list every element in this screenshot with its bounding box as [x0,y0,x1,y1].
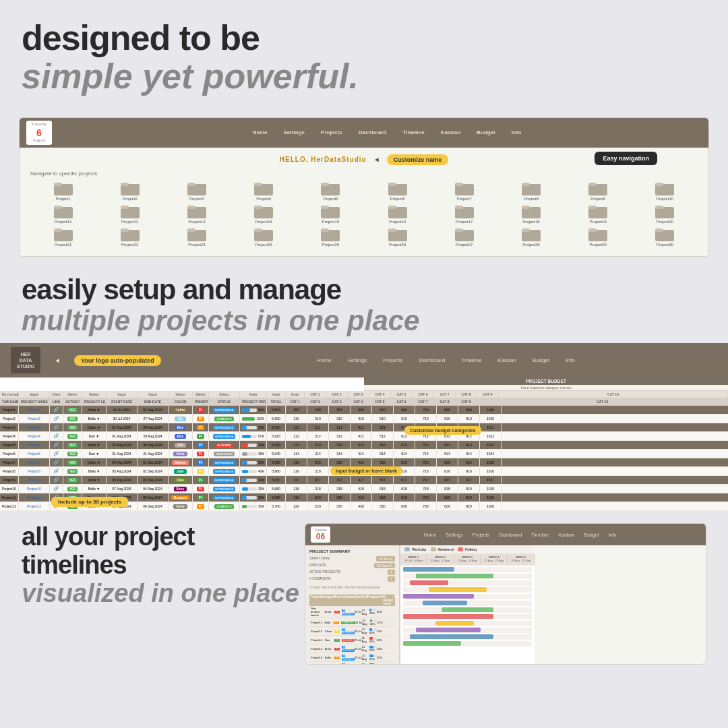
app-content-1: HELLO, HerDataStudio ◄ Customize name Ea… [20,148,708,256]
sheet-rows: Project1 Project1 🔗 YES Anna ▼ 29 Jul 20… [0,406,728,511]
project-item[interactable]: Project17 [431,204,497,224]
gantt-chart: Workday Weekend Holiday WEEK 129 Jul - 0… [400,545,535,665]
project-item[interactable]: Project29 [566,226,631,247]
section2-headline1: easily setup and manage [22,274,706,305]
bnav-budget[interactable]: Budget [584,533,599,537]
nav-budget[interactable]: Budget [477,129,495,135]
mini-rows: New product launch Anna P1 IN PROGRESS 2… [309,606,395,665]
project-item[interactable]: Project4 [231,181,297,201]
gantt-bar [416,628,481,632]
project-label: Project16 [389,220,406,224]
nav2-home[interactable]: Home [317,357,331,363]
project-item[interactable]: Project12 [97,204,162,224]
legend-dot-holiday [458,547,463,551]
project-item[interactable]: Project3 [164,181,229,201]
project-item[interactable]: Project19 [566,204,631,224]
nav-projects[interactable]: Projects [321,129,342,135]
bnav-kanban[interactable]: Kanban [558,533,574,537]
folder-icon [388,204,407,218]
nav2-settings[interactable]: Settings [347,357,367,363]
gantt-bar-row [403,641,532,646]
project-item[interactable]: Project1 [30,181,96,201]
project-item[interactable]: Project27 [431,226,497,247]
project-item[interactable]: Project16 [365,204,430,224]
nav-settings[interactable]: Settings [283,129,305,135]
project-item[interactable]: Project28 [498,226,564,247]
folder-icon [54,181,73,195]
summary-label-complete: # COMPLETE [309,576,331,582]
project-item[interactable]: Project30 [632,226,698,247]
svg-rect-41 [54,229,62,232]
legend-label-workday: Workday [412,547,427,551]
nav2-dashboard[interactable]: Dashboard [419,357,445,363]
project-item[interactable]: Project10 [632,181,698,201]
gantt-bar [435,621,474,626]
bnav-info[interactable]: Info [609,533,617,537]
project-item[interactable]: Project2 [97,181,162,201]
app-window-1: Tuesday 6 August Name Settings Projects … [19,117,709,256]
nav-kanban[interactable]: Kanban [441,129,460,135]
svg-rect-11 [388,183,396,186]
week3: WEEK 312 Aug - 18 Aug [454,555,481,564]
project-item[interactable]: Project11 [30,204,96,224]
project-item[interactable]: Project15 [298,204,363,224]
gantt-bar-row [403,628,532,633]
project-item[interactable]: Project8 [498,181,564,201]
project-item[interactable]: Project20 [632,204,698,224]
customize-budget-badge: Customize budget categories [404,426,481,435]
section2-text: easily setup and manage multiple project… [0,264,728,343]
table-row: Project9 Project9 🔗 YES Anna ▼ 06 Aug 20… [0,476,728,485]
include-projects-badge: Include up to 30 projects [51,497,128,507]
folder-icon [588,181,607,195]
project-label: Project28 [522,243,539,247]
project-item[interactable]: Project21 [30,226,96,247]
project-item[interactable]: Project14 [231,204,297,224]
nav2-budget[interactable]: Budget [533,357,549,363]
project-item[interactable]: Project7 [431,181,497,201]
svg-rect-33 [455,206,463,209]
gantt-bar-row [403,614,532,619]
project-item[interactable]: Project23 [164,226,229,247]
bnav-timeline[interactable]: Timeline [531,533,549,537]
project-item[interactable]: Project6 [365,181,430,201]
nav-name[interactable]: Name [253,129,268,135]
week5: WEEK 526 Aug - 01 Sep [508,555,535,564]
project-item[interactable]: Project22 [97,226,162,247]
summary-val-complete: 3 [388,576,395,582]
gantt-bar [423,601,468,605]
project-label: Project1 [56,197,71,201]
project-label: Project22 [121,243,138,247]
nav2-kanban[interactable]: Kanban [497,357,516,363]
nav-dashboard[interactable]: Dashboard [359,129,387,135]
bnav-projects[interactable]: Projects [473,533,489,537]
nav-timeline[interactable]: Timeline [402,129,424,135]
project-item[interactable]: Project5 [298,181,363,201]
folder-icon [54,204,73,218]
bnav-settings[interactable]: Settings [446,533,462,537]
project-item[interactable]: Project13 [164,204,229,224]
gantt-bar [410,634,493,639]
bnav-dashboard[interactable]: Dashboard [499,533,522,537]
project-item[interactable]: Project25 [298,226,363,247]
project-label: Project25 [322,243,339,247]
bnav-home[interactable]: Home [424,533,437,537]
project-item[interactable]: Project18 [498,204,564,224]
project-item[interactable]: Project24 [231,226,297,247]
mini-row: Project12 Bella P2 COMPLETE 29 Jul 21 Au… [309,618,395,627]
nav2-timeline[interactable]: Timeline [461,357,481,363]
day-label: Tuesday [30,122,48,127]
legend-dot-weekend [431,547,436,551]
nav-info[interactable]: Info [512,129,522,135]
project-item[interactable]: Project26 [365,226,430,247]
legend-row: Workday Weekend Holiday [400,545,535,553]
nav2-info[interactable]: Info [566,357,574,363]
project-budget-header: PROJECT BUDGET [364,377,728,385]
folder-icon [388,226,407,241]
folder-icon [522,226,541,241]
project-item[interactable]: Project9 [566,181,631,201]
nav2-projects[interactable]: Projects [383,357,402,363]
folder-icon [121,181,140,195]
summary-row-complete: # COMPLETE 3 [309,576,395,582]
folder-icon [455,181,474,195]
nav-links-1: Name Settings Projects Dashboard Timelin… [72,129,702,135]
